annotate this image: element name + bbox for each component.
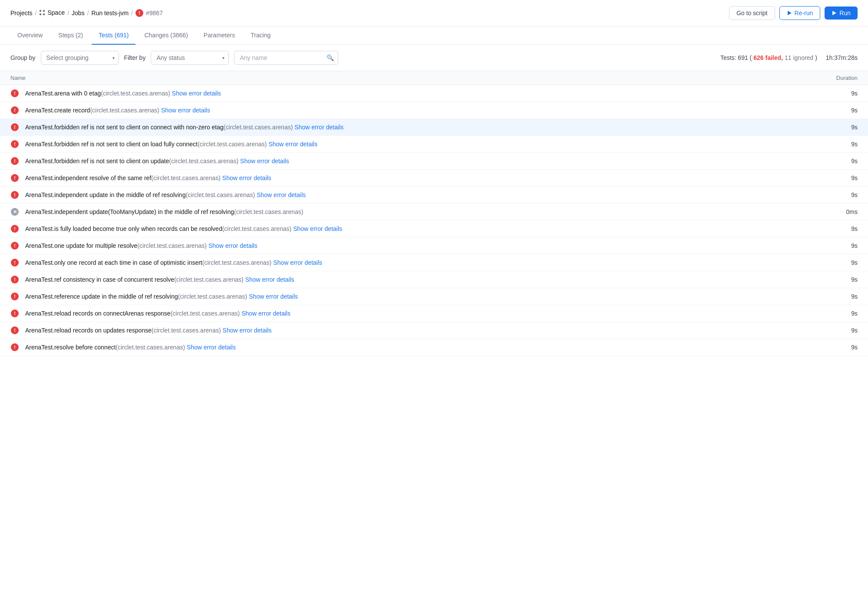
- test-name: ArenaTest.forbidden ref is not sent to c…: [25, 141, 198, 148]
- row-content: ArenaTest.forbidden ref is not sent to c…: [25, 124, 823, 131]
- show-error-link[interactable]: Show error details: [223, 327, 272, 334]
- row-content: ArenaTest.create record(circlet.test.cas…: [25, 107, 823, 114]
- row-status-icon: !: [10, 326, 19, 334]
- row-duration: 9s: [823, 225, 858, 232]
- error-status-icon: !: [11, 174, 19, 182]
- show-error-link[interactable]: Show error details: [257, 191, 306, 198]
- breadcrumb-projects[interactable]: Projects: [10, 10, 33, 16]
- test-package: (circlet.test.cases.arenas): [101, 90, 170, 97]
- show-error-link[interactable]: Show error details: [240, 158, 289, 165]
- breadcrumb-jobs[interactable]: Jobs: [72, 10, 85, 16]
- group-by-select[interactable]: Select grouping: [41, 51, 119, 65]
- error-status-icon: !: [11, 89, 19, 97]
- table-row[interactable]: ! ArenaTest.forbidden ref is not sent to…: [0, 153, 868, 170]
- show-error-link[interactable]: Show error details: [249, 293, 298, 300]
- table-row[interactable]: ! ArenaTest.reference update in the midd…: [0, 288, 868, 305]
- tab-tests[interactable]: Tests (691): [92, 26, 135, 45]
- tab-overview[interactable]: Overview: [10, 26, 50, 45]
- table-row[interactable]: ! ArenaTest.forbidden ref is not sent to…: [0, 119, 868, 136]
- row-content: ArenaTest.forbidden ref is not sent to c…: [25, 141, 823, 148]
- row-duration: 9s: [823, 90, 858, 97]
- breadcrumb-sep2: /: [67, 10, 69, 16]
- row-duration: 9s: [823, 293, 858, 300]
- test-package: (circlet.test.cases.arenas): [171, 310, 240, 317]
- error-status-icon: !: [11, 140, 19, 148]
- breadcrumb: Projects / Space / Jobs / Run tests-jvm …: [10, 9, 163, 17]
- table-row[interactable]: ✕ ArenaTest.independent update(TooManyUp…: [0, 204, 868, 221]
- row-status-icon: ✕: [10, 208, 19, 216]
- table-row[interactable]: ! ArenaTest.forbidden ref is not sent to…: [0, 136, 868, 153]
- row-content: ArenaTest.reload records on updates resp…: [25, 327, 823, 334]
- show-error-link[interactable]: Show error details: [293, 225, 342, 232]
- tab-steps[interactable]: Steps (2): [51, 26, 90, 45]
- run-error-icon: !: [135, 9, 143, 17]
- re-run-button[interactable]: Re-run: [779, 6, 821, 20]
- go-to-script-button[interactable]: Go to script: [729, 6, 775, 20]
- row-status-icon: !: [10, 309, 19, 317]
- table-row[interactable]: ! ArenaTest.arena with 0 etag(circlet.te…: [0, 85, 868, 102]
- row-duration: 9s: [823, 276, 858, 283]
- show-error-link[interactable]: Show error details: [241, 310, 290, 317]
- row-status-icon: !: [10, 259, 19, 267]
- error-status-icon: !: [11, 106, 19, 114]
- show-error-link[interactable]: Show error details: [268, 141, 317, 148]
- test-name: ArenaTest.independent update in the midd…: [25, 191, 186, 198]
- table-row[interactable]: ! ArenaTest.is fully loaded become true …: [0, 221, 868, 237]
- tab-changes[interactable]: Changes (3866): [137, 26, 195, 45]
- test-package: (circlet.test.cases.arenas): [90, 107, 159, 114]
- tab-tracing[interactable]: Tracing: [244, 26, 277, 45]
- test-package: (circlet.test.cases.arenas): [116, 344, 185, 351]
- page-header: Projects / Space / Jobs / Run tests-jvm …: [0, 0, 868, 26]
- test-name: ArenaTest.reload records on updates resp…: [25, 327, 152, 334]
- run-play-icon: [832, 10, 837, 16]
- tab-parameters[interactable]: Parameters: [197, 26, 242, 45]
- test-name: ArenaTest.forbidden ref is not sent to c…: [25, 124, 224, 131]
- table-row[interactable]: ! ArenaTest.reload records on updates re…: [0, 322, 868, 339]
- table-row[interactable]: ! ArenaTest.ref consistency in case of c…: [0, 271, 868, 288]
- show-error-link[interactable]: Show error details: [294, 124, 343, 131]
- row-content: ArenaTest.is fully loaded become true on…: [25, 225, 823, 232]
- svg-rect-1: [43, 10, 45, 12]
- row-duration: 9s: [823, 141, 858, 148]
- error-status-icon: !: [11, 343, 19, 351]
- row-content: ArenaTest.forbidden ref is not sent to c…: [25, 158, 823, 165]
- show-error-link[interactable]: Show error details: [273, 259, 322, 266]
- table-row[interactable]: ! ArenaTest.independent resolve of the s…: [0, 170, 868, 187]
- table-row[interactable]: ! ArenaTest.resolve before connect(circl…: [0, 339, 868, 356]
- error-status-icon: !: [11, 293, 19, 300]
- row-duration: 9s: [823, 310, 858, 317]
- stats-prefix: Tests: 691 (: [720, 54, 752, 61]
- breadcrumb-run[interactable]: Run tests-jvm: [92, 10, 129, 16]
- play-icon: [787, 10, 792, 16]
- row-status-icon: !: [10, 157, 19, 165]
- show-error-link[interactable]: Show error details: [222, 174, 271, 181]
- row-status-icon: !: [10, 123, 19, 131]
- nav-tabs: Overview Steps (2) Tests (691) Changes (…: [0, 26, 868, 45]
- test-package: (circlet.test.cases.arenas): [151, 174, 221, 181]
- table-row[interactable]: ! ArenaTest.reload records on connectAre…: [0, 305, 868, 322]
- filter-by-status-select[interactable]: Any status: [151, 51, 229, 65]
- table-row[interactable]: ! ArenaTest.independent update in the mi…: [0, 187, 868, 204]
- run-button[interactable]: Run: [825, 7, 858, 20]
- stats-suffix: ): [815, 54, 817, 61]
- test-stats: Tests: 691 (626 failed, 11 ignored) 1h:3…: [720, 54, 858, 61]
- row-duration: 9s: [823, 344, 858, 351]
- row-duration: 9s: [823, 107, 858, 114]
- table-row[interactable]: ! ArenaTest.create record(circlet.test.c…: [0, 102, 868, 119]
- test-name: ArenaTest.is fully loaded become true on…: [25, 225, 222, 232]
- show-error-link[interactable]: Show error details: [161, 107, 210, 114]
- svg-rect-3: [43, 13, 45, 15]
- name-search-input[interactable]: [234, 51, 338, 65]
- test-name: ArenaTest.arena with 0 etag: [25, 90, 101, 97]
- row-duration: 9s: [823, 124, 858, 131]
- row-content: ArenaTest.independent update(TooManyUpda…: [25, 208, 823, 215]
- show-error-link[interactable]: Show error details: [245, 276, 294, 283]
- show-error-link[interactable]: Show error details: [208, 242, 257, 249]
- table-row[interactable]: ! ArenaTest.only one record at each time…: [0, 254, 868, 271]
- show-error-link[interactable]: Show error details: [187, 344, 236, 351]
- test-package: (circlet.test.cases.arenas): [234, 208, 304, 215]
- show-error-link[interactable]: Show error details: [172, 90, 221, 97]
- table-row[interactable]: ! ArenaTest.one update for multiple reso…: [0, 237, 868, 254]
- breadcrumb-space[interactable]: Space: [39, 9, 65, 17]
- row-duration: 0ms: [823, 208, 858, 215]
